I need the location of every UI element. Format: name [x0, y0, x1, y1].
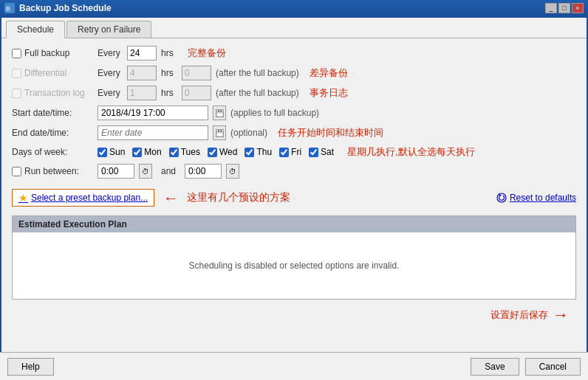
differential-hours-input[interactable]	[127, 66, 157, 80]
start-date-row: Start date/time: (applies to full backup…	[12, 106, 576, 120]
tab-schedule[interactable]: Schedule	[6, 21, 65, 38]
app-icon: B	[4, 3, 15, 13]
day-fri: Fri	[279, 147, 301, 157]
differential-every-label: Every	[98, 68, 123, 78]
day-sat-checkbox[interactable]	[309, 148, 318, 157]
differential-mins-input[interactable]	[182, 66, 211, 80]
differential-checkbox[interactable]	[12, 69, 21, 78]
svg-rect-10	[218, 130, 219, 132]
start-date-applies-label: (applies to full backup)	[230, 108, 319, 118]
run-between-from-clock-btn[interactable]: ⏱	[139, 164, 152, 179]
save-annotation: 设置好后保存	[490, 308, 548, 322]
start-date-input[interactable]	[98, 106, 208, 120]
start-date-label: Start date/time:	[12, 108, 93, 118]
footer: Help Save Cancel	[0, 352, 588, 380]
reset-defaults-link[interactable]: Reset to defaults	[496, 193, 576, 203]
day-tues-checkbox[interactable]	[169, 148, 179, 157]
save-button[interactable]: Save	[471, 358, 519, 376]
full-backup-hrs-label: hrs	[161, 48, 177, 58]
preset-arrow-icon: ←	[163, 190, 178, 207]
day-sun-label: Sun	[109, 147, 125, 157]
day-wed-checkbox[interactable]	[208, 148, 217, 157]
minimize-btn[interactable]: _	[545, 3, 557, 13]
run-between-and-label: and	[161, 166, 176, 176]
svg-rect-6	[220, 110, 222, 112]
window-title: Backup Job Schedule	[19, 3, 112, 13]
day-thu-label: Thu	[256, 147, 272, 157]
execution-plan-body: Scheduling is disabled or selected optio…	[13, 232, 575, 299]
full-backup-checkbox[interactable]	[12, 49, 21, 58]
full-backup-annotation: 完整备份	[188, 46, 226, 60]
title-bar: B Backup Job Schedule _ □ ×	[0, 0, 588, 16]
reset-icon	[496, 193, 507, 203]
run-between-checkbox-label: Run between:	[12, 166, 93, 176]
days-of-week-label: Days of week:	[12, 147, 93, 157]
transaction-log-annotation: 事务日志	[310, 86, 348, 100]
full-backup-label: Full backup	[24, 48, 69, 58]
day-thu-checkbox[interactable]	[245, 148, 254, 157]
execution-plan-section: Estimated Execution Plan Scheduling is d…	[12, 215, 576, 300]
differential-checkbox-label: Differential	[12, 68, 93, 78]
end-date-label: End date/time:	[12, 128, 93, 138]
start-date-calendar-btn[interactable]	[213, 106, 226, 120]
run-between-to-input[interactable]	[185, 164, 222, 179]
svg-marker-13	[499, 194, 502, 197]
end-date-optional-label: (optional)	[230, 128, 267, 138]
svg-text:B: B	[6, 5, 10, 13]
day-thu: Thu	[245, 147, 272, 157]
maximize-btn[interactable]: □	[558, 3, 570, 13]
full-backup-checkbox-label: Full backup	[12, 48, 93, 58]
run-between-row: Run between: ⏱ and ⏱	[12, 164, 576, 179]
day-sun-checkbox[interactable]	[98, 148, 107, 157]
execution-plan-message: Scheduling is disabled or selected optio…	[189, 260, 400, 271]
preset-plan-button[interactable]: ★ Select a preset backup plan...	[12, 189, 154, 207]
end-date-row: End date/time: (optional) 任务开始时间和结束时间	[12, 125, 576, 140]
run-between-checkbox[interactable]	[12, 167, 21, 176]
full-backup-hours-input[interactable]	[127, 46, 157, 61]
end-date-calendar-btn[interactable]	[213, 125, 226, 140]
end-date-annotation: 任务开始时间和结束时间	[278, 126, 383, 139]
svg-point-12	[497, 193, 506, 202]
cancel-button[interactable]: Cancel	[525, 358, 581, 376]
schedule-content: Full backup Every hrs 完整备份 Differential …	[1, 38, 587, 335]
tab-bar: Schedule Retry on Failure	[1, 18, 587, 38]
day-sun: Sun	[98, 147, 125, 157]
close-btn[interactable]: ×	[572, 3, 584, 13]
transaction-log-label: Transaction log	[24, 88, 85, 98]
run-between-label: Run between:	[24, 166, 79, 176]
transaction-log-after-label: (after the full backup)	[216, 88, 299, 98]
run-between-to-clock-btn[interactable]: ⏱	[226, 164, 239, 179]
svg-rect-3	[216, 111, 223, 117]
main-window: Schedule Retry on Failure Full backup Ev…	[0, 16, 588, 380]
day-wed: Wed	[208, 147, 237, 157]
day-fri-checkbox[interactable]	[279, 148, 289, 157]
differential-after-label: (after the full backup)	[216, 68, 299, 78]
transaction-log-row: Transaction log Every hrs (after the ful…	[12, 86, 576, 100]
transaction-log-hours-input[interactable]	[127, 86, 157, 100]
svg-rect-5	[218, 110, 219, 112]
day-fri-label: Fri	[291, 147, 301, 157]
day-tues: Tues	[169, 147, 200, 157]
transaction-log-mins-input[interactable]	[182, 86, 211, 100]
bottom-annotation-row: 设置好后保存 →	[19, 305, 569, 325]
svg-rect-8	[216, 131, 223, 137]
tab-retry-on-failure[interactable]: Retry on Failure	[66, 21, 151, 38]
preset-plan-row: ★ Select a preset backup plan... ← 这里有几个…	[12, 186, 576, 210]
end-date-input[interactable]	[98, 125, 208, 140]
help-button[interactable]: Help	[7, 358, 54, 376]
day-sat-label: Sat	[321, 147, 334, 157]
reset-defaults-label: Reset to defaults	[510, 193, 576, 203]
transaction-log-every-label: Every	[98, 88, 123, 98]
day-wed-label: Wed	[219, 147, 237, 157]
save-arrow-icon: →	[553, 305, 569, 325]
transaction-log-hrs-label: hrs	[161, 88, 177, 98]
transaction-log-checkbox[interactable]	[12, 89, 21, 98]
differential-annotation: 差异备份	[310, 66, 348, 80]
footer-right: Save Cancel	[471, 358, 581, 376]
star-icon: ★	[18, 192, 28, 204]
day-mon-checkbox[interactable]	[132, 148, 142, 157]
run-between-from-input[interactable]	[98, 164, 134, 179]
day-mon-label: Mon	[144, 147, 161, 157]
full-backup-row: Full backup Every hrs 完整备份	[12, 46, 576, 61]
days-of-week-row: Days of week: Sun Mon Tues Wed Thu	[12, 145, 576, 159]
